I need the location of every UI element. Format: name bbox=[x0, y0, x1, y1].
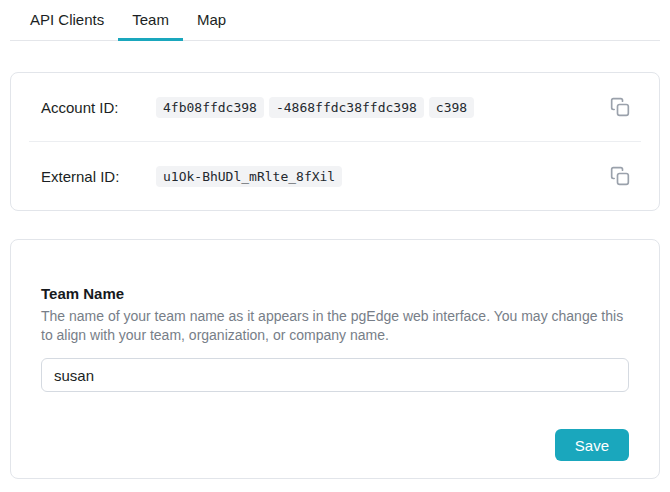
external-id-value: u1Ok-BhUDl_mRlte_8fXil bbox=[156, 166, 342, 187]
team-name-card: Team Name The name of your team name as … bbox=[10, 239, 660, 479]
tab-map[interactable]: Map bbox=[183, 0, 240, 41]
team-name-description: The name of your team name as it appears… bbox=[41, 307, 629, 345]
account-id-chip: 4fb08ffdc398 bbox=[156, 97, 264, 118]
tab-team[interactable]: Team bbox=[118, 0, 183, 41]
tab-api-clients[interactable]: API Clients bbox=[16, 0, 118, 41]
copy-icon bbox=[610, 166, 630, 186]
save-row: Save bbox=[41, 429, 629, 461]
external-id-label: External ID: bbox=[41, 168, 156, 185]
copy-external-id-button[interactable] bbox=[609, 165, 631, 187]
account-id-chip: c398 bbox=[429, 97, 474, 118]
settings-page: API Clients Team Map Account ID: 4fb08ff… bbox=[0, 0, 670, 479]
account-id-chip: -4868ffdc38ffdc398 bbox=[269, 97, 424, 118]
tab-bar: API Clients Team Map bbox=[10, 0, 660, 41]
ids-card: Account ID: 4fb08ffdc398 -4868ffdc38ffdc… bbox=[10, 72, 660, 211]
copy-account-id-button[interactable] bbox=[609, 96, 631, 118]
account-id-label: Account ID: bbox=[41, 99, 156, 116]
external-id-row: External ID: u1Ok-BhUDl_mRlte_8fXil bbox=[11, 142, 659, 210]
team-name-input[interactable] bbox=[41, 358, 629, 392]
account-id-value: 4fb08ffdc398 -4868ffdc38ffdc398 c398 bbox=[156, 97, 474, 118]
copy-icon bbox=[610, 97, 630, 117]
external-id-chip: u1Ok-BhUDl_mRlte_8fXil bbox=[156, 166, 342, 187]
team-name-title: Team Name bbox=[41, 285, 629, 302]
save-button[interactable]: Save bbox=[555, 429, 629, 461]
account-id-row: Account ID: 4fb08ffdc398 -4868ffdc38ffdc… bbox=[11, 73, 659, 141]
